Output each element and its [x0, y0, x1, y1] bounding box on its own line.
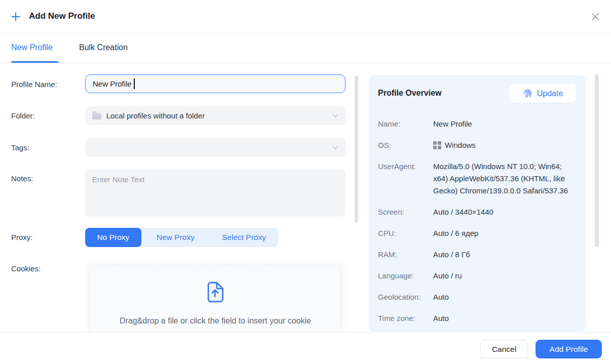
proxy-label: Proxy: — [11, 232, 33, 242]
modal-body: Profile Name: Folder: Tags: Notes: Proxy… — [0, 63, 611, 332]
modal-header: Add New Profile — [0, 0, 611, 32]
cookies-label: Cookies: — [11, 264, 41, 274]
active-tab-underline — [11, 61, 59, 63]
notes-label: Notes: — [11, 174, 33, 184]
folder-icon — [92, 113, 101, 119]
fingerprint-icon — [522, 88, 533, 99]
overview-title: Profile Overview — [378, 89, 441, 98]
text-caret — [134, 78, 135, 89]
tab-bar: New Profile Bulk Creation — [0, 32, 611, 63]
cookies-dropzone: Drag&drop a file or click the field to i… — [85, 260, 346, 332]
overview-row-cpu: CPU: Auto / 6 ядер — [378, 228, 578, 239]
add-profile-button[interactable]: Add Profile — [536, 340, 602, 358]
overview-row-os: OS: Windows — [378, 140, 578, 151]
overview-row-geolocation: Geolocation: Auto — [378, 292, 578, 303]
modal-scrollbar-thumb[interactable] — [595, 74, 599, 247]
modal-footer: Cancel Add Profile — [0, 332, 611, 364]
overview-row-language: Language: Auto / ru — [378, 270, 578, 282]
proxy-segmented-control: No Proxy New Proxy Select Proxy — [85, 228, 278, 247]
update-button-label: Update — [537, 89, 563, 98]
overview-row-screen: Screen: Auto / 3440×1440 — [378, 207, 578, 218]
overview-row-useragent: UserAgent: Mozilla/5.0 (Windows NT 10.0;… — [378, 161, 578, 197]
update-button[interactable]: Update — [509, 84, 576, 103]
cookies-dropzone-text: Drag&drop a file or click the field to i… — [120, 315, 311, 327]
tags-select[interactable] — [85, 138, 346, 157]
profile-name-label: Profile Name: — [11, 79, 57, 90]
form-scrollbar-thumb[interactable] — [355, 76, 358, 223]
profile-overview-panel: Profile Overview Update Name: New Profil… — [369, 75, 586, 332]
proxy-option-select-proxy[interactable]: Select Proxy — [210, 228, 278, 247]
file-upload-icon — [206, 281, 224, 303]
tab-bulk-creation[interactable]: Bulk Creation — [79, 43, 128, 52]
overview-row-timezone: Time zone: Auto — [378, 313, 578, 325]
windows-icon — [433, 141, 441, 149]
chevron-down-icon — [332, 146, 338, 150]
chevron-down-icon — [332, 114, 338, 118]
overview-row-ram: RAM: Auto / 8 Гб — [378, 249, 578, 261]
folder-label: Folder: — [11, 111, 35, 121]
tags-label: Tags: — [11, 143, 29, 153]
plus-icon — [11, 12, 21, 22]
close-icon — [591, 12, 600, 21]
overview-rows: Name: New Profile OS: Windows UserAgent:… — [378, 118, 578, 325]
overview-row-name: Name: New Profile — [378, 118, 578, 130]
tab-new-profile[interactable]: New Profile — [11, 43, 53, 52]
proxy-option-new-proxy[interactable]: New Proxy — [141, 228, 210, 247]
modal-title: Add New Profile — [29, 11, 95, 21]
folder-select-value: Local profiles without a folder — [106, 111, 205, 120]
cookies-dropzone-inner[interactable]: Drag&drop a file or click the field to i… — [89, 264, 341, 332]
profile-name-field-wrap — [85, 74, 346, 93]
notes-textarea[interactable] — [85, 170, 346, 217]
folder-select[interactable]: Local profiles without a folder — [85, 106, 346, 125]
close-button[interactable] — [590, 11, 601, 22]
profile-name-input[interactable] — [85, 74, 346, 93]
cancel-button[interactable]: Cancel — [480, 340, 528, 358]
proxy-option-no-proxy[interactable]: No Proxy — [85, 228, 141, 247]
